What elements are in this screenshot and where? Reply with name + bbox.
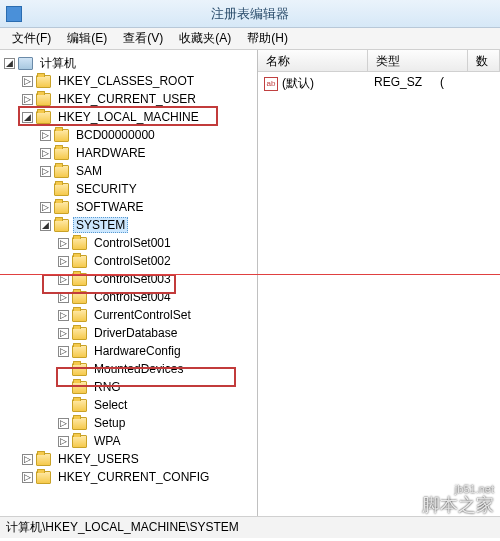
- tree-node[interactable]: ▷WPA: [0, 432, 257, 450]
- tree-node-computer[interactable]: ◢ 计算机: [0, 54, 257, 72]
- tree-label: DriverDatabase: [91, 325, 180, 341]
- menu-help[interactable]: 帮助(H): [239, 28, 296, 49]
- tree-node-hkcu[interactable]: ▷ HKEY_CURRENT_USER: [0, 90, 257, 108]
- expand-icon[interactable]: ▷: [22, 472, 33, 483]
- statusbar: 计算机\HKEY_LOCAL_MACHINE\SYSTEM: [0, 516, 500, 538]
- tree-label: Select: [91, 397, 130, 413]
- tree-node[interactable]: SECURITY: [0, 180, 257, 198]
- tree-label: ControlSet001: [91, 235, 174, 251]
- tree-node[interactable]: MountedDevices: [0, 360, 257, 378]
- registry-tree: ◢ 计算机 ▷ HKEY_CLASSES_ROOT ▷ HKEY_CURRENT…: [0, 54, 257, 486]
- tree-node[interactable]: ▷SOFTWARE: [0, 198, 257, 216]
- menu-edit[interactable]: 编辑(E): [59, 28, 115, 49]
- tree-label: WPA: [91, 433, 123, 449]
- expand-icon[interactable]: ▷: [58, 328, 69, 339]
- tree-label: ControlSet002: [91, 253, 174, 269]
- expand-icon[interactable]: ▷: [22, 76, 33, 87]
- expand-icon[interactable]: ▷: [22, 94, 33, 105]
- tree-node[interactable]: RNG: [0, 378, 257, 396]
- expand-icon[interactable]: ▷: [58, 292, 69, 303]
- tree-node-hklm[interactable]: ◢ HKEY_LOCAL_MACHINE: [0, 108, 257, 126]
- tree-label: RNG: [91, 379, 124, 395]
- folder-icon: [54, 219, 69, 232]
- folder-icon: [54, 183, 69, 196]
- window-title: 注册表编辑器: [211, 5, 289, 23]
- expand-icon[interactable]: ▷: [58, 274, 69, 285]
- tree-node[interactable]: ▷BCD00000000: [0, 126, 257, 144]
- expand-icon[interactable]: ▷: [58, 256, 69, 267]
- titlebar: 注册表编辑器: [0, 0, 500, 28]
- value-data: (: [434, 75, 500, 92]
- expand-icon[interactable]: ▷: [22, 454, 33, 465]
- tree-node[interactable]: ▷HARDWARE: [0, 144, 257, 162]
- folder-icon: [72, 345, 87, 358]
- folder-icon: [72, 273, 87, 286]
- tree-node-currentcontrolset[interactable]: ▷CurrentControlSet: [0, 306, 257, 324]
- folder-icon: [54, 147, 69, 160]
- tree-node-hkcr[interactable]: ▷ HKEY_CLASSES_ROOT: [0, 72, 257, 90]
- col-data[interactable]: 数: [468, 50, 500, 71]
- tree-node-hkcc[interactable]: ▷ HKEY_CURRENT_CONFIG: [0, 468, 257, 486]
- expand-icon[interactable]: ▷: [58, 310, 69, 321]
- tree-node[interactable]: ▷HardwareConfig: [0, 342, 257, 360]
- folder-icon: [54, 165, 69, 178]
- folder-icon: [72, 291, 87, 304]
- folder-icon: [72, 237, 87, 250]
- value-name: (默认): [282, 75, 314, 92]
- tree-node[interactable]: Select: [0, 396, 257, 414]
- folder-icon: [54, 201, 69, 214]
- menu-file[interactable]: 文件(F): [4, 28, 59, 49]
- expand-icon: [58, 364, 69, 375]
- collapse-icon[interactable]: ◢: [22, 112, 33, 123]
- tree-pane: ◢ 计算机 ▷ HKEY_CLASSES_ROOT ▷ HKEY_CURRENT…: [0, 50, 258, 516]
- expand-icon[interactable]: ▷: [40, 148, 51, 159]
- folder-icon: [72, 327, 87, 340]
- tree-node[interactable]: ▷ControlSet004: [0, 288, 257, 306]
- folder-icon: [72, 309, 87, 322]
- folder-icon: [72, 399, 87, 412]
- tree-node-system[interactable]: ◢SYSTEM: [0, 216, 257, 234]
- computer-icon: [18, 57, 33, 70]
- tree-label: BCD00000000: [73, 127, 158, 143]
- menu-view[interactable]: 查看(V): [115, 28, 171, 49]
- collapse-icon[interactable]: ◢: [40, 220, 51, 231]
- expand-icon[interactable]: ▷: [58, 436, 69, 447]
- expand-icon[interactable]: ▷: [40, 166, 51, 177]
- expand-icon[interactable]: ▷: [58, 238, 69, 249]
- folder-icon: [36, 75, 51, 88]
- expand-icon: [40, 184, 51, 195]
- folder-icon: [72, 255, 87, 268]
- tree-node[interactable]: ▷ControlSet003: [0, 270, 257, 288]
- tree-label: 计算机: [37, 54, 79, 73]
- tree-label: HKEY_CURRENT_USER: [55, 91, 199, 107]
- tree-node-hku[interactable]: ▷ HKEY_USERS: [0, 450, 257, 468]
- expand-icon[interactable]: ▷: [58, 346, 69, 357]
- collapse-icon[interactable]: ◢: [4, 58, 15, 69]
- tree-label-selected: SYSTEM: [73, 217, 128, 233]
- tree-label: ControlSet003: [91, 271, 174, 287]
- expand-icon[interactable]: ▷: [58, 418, 69, 429]
- tree-node[interactable]: ▷DriverDatabase: [0, 324, 257, 342]
- col-type[interactable]: 类型: [368, 50, 468, 71]
- col-name[interactable]: 名称: [258, 50, 368, 71]
- tree-label: Setup: [91, 415, 128, 431]
- folder-icon: [72, 381, 87, 394]
- tree-node[interactable]: ▷ControlSet001: [0, 234, 257, 252]
- list-row[interactable]: ab (默认) REG_SZ (: [258, 72, 500, 95]
- status-path: 计算机\HKEY_LOCAL_MACHINE\SYSTEM: [6, 519, 239, 536]
- tree-label: SAM: [73, 163, 105, 179]
- tree-node[interactable]: ▷Setup: [0, 414, 257, 432]
- menu-favorites[interactable]: 收藏夹(A): [171, 28, 239, 49]
- folder-icon: [36, 453, 51, 466]
- string-value-icon: ab: [264, 77, 278, 91]
- expand-icon[interactable]: ▷: [40, 130, 51, 141]
- expand-icon[interactable]: ▷: [40, 202, 51, 213]
- tree-label: HardwareConfig: [91, 343, 184, 359]
- tree-label: MountedDevices: [91, 361, 186, 377]
- value-type: REG_SZ: [368, 75, 434, 92]
- folder-icon: [72, 363, 87, 376]
- tree-node[interactable]: ▷SAM: [0, 162, 257, 180]
- tree-node[interactable]: ▷ControlSet002: [0, 252, 257, 270]
- folder-icon: [72, 417, 87, 430]
- expand-icon: [58, 400, 69, 411]
